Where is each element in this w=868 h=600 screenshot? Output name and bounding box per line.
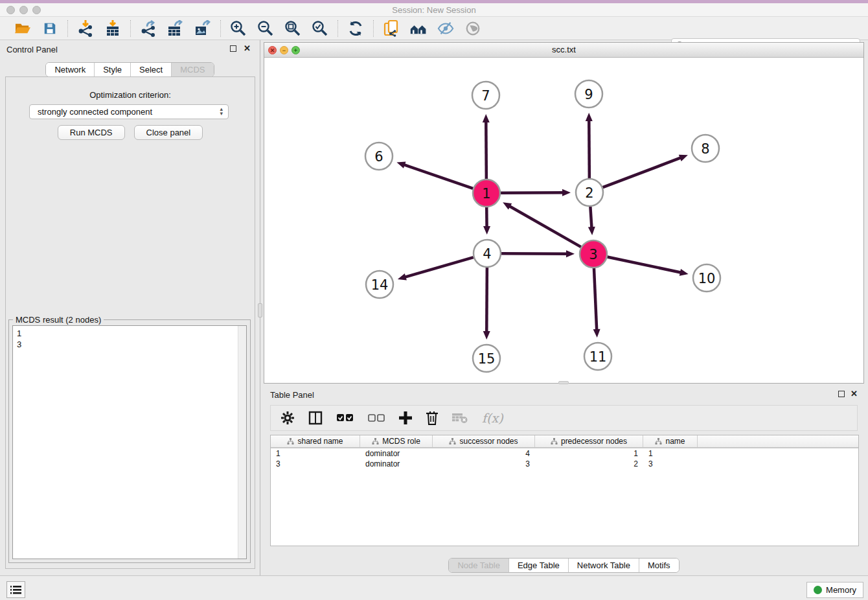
edge-1-6[interactable]	[404, 165, 473, 189]
run-mcds-button[interactable]: Run MCDS	[58, 125, 125, 140]
split-panel-icon[interactable]	[308, 410, 323, 426]
edge-2-3[interactable]	[590, 207, 591, 228]
node-label-4: 4	[483, 246, 491, 262]
open-file-icon[interactable]	[14, 20, 31, 37]
memory-label: Memory	[826, 585, 856, 595]
tab-node-table[interactable]: Node Table	[449, 559, 508, 572]
window-resize-handle[interactable]	[558, 381, 569, 384]
mcds-result-scrollbar[interactable]	[238, 326, 246, 559]
delete-column-icon[interactable]	[426, 410, 438, 426]
delete-table-icon[interactable]	[452, 410, 468, 426]
show-graphics-details-icon[interactable]	[464, 20, 481, 37]
network-minimize-icon[interactable]: −	[280, 46, 288, 54]
column-header-label: shared name	[297, 437, 343, 446]
table-cell: dominator	[360, 448, 433, 459]
edge-3-11[interactable]	[594, 268, 597, 330]
column-header-label: MCDS role	[382, 437, 420, 446]
panel-splitter-handle[interactable]	[258, 303, 262, 317]
node-label-11: 11	[589, 349, 607, 365]
import-network-icon[interactable]	[77, 20, 94, 37]
edge-arrowhead	[483, 331, 490, 340]
network-close-icon[interactable]: ✕	[268, 46, 277, 54]
tab-style[interactable]: Style	[94, 63, 130, 76]
network-maximize-icon[interactable]: +	[291, 46, 300, 54]
tab-motifs[interactable]: Motifs	[639, 559, 679, 572]
zoom-in-icon[interactable]	[230, 20, 247, 37]
zoom-selected-icon[interactable]	[312, 20, 328, 37]
edge-4-15[interactable]	[486, 268, 487, 332]
tab-select[interactable]: Select	[130, 63, 171, 76]
mcds-result-textarea[interactable]: 13	[12, 325, 247, 559]
close-panel-icon[interactable]: ✕	[244, 43, 251, 53]
node-label-2: 2	[585, 185, 593, 201]
first-neighbors-icon[interactable]	[410, 20, 427, 37]
column-header-successor-nodes[interactable]: successor nodes	[433, 435, 535, 447]
zoom-out-icon[interactable]	[257, 20, 274, 37]
column-header-name[interactable]: name	[643, 435, 698, 447]
save-session-icon[interactable]	[41, 20, 58, 37]
task-history-button[interactable]	[6, 581, 25, 598]
add-column-icon[interactable]	[399, 410, 412, 426]
optimization-criterion-select[interactable]: strongly connected component ▴▾	[29, 104, 229, 119]
control-panel: Control Panel ✕ NetworkStyleSelectMCDS O…	[0, 40, 260, 575]
close-window-button[interactable]	[6, 6, 15, 14]
memory-button[interactable]: Memory	[806, 582, 863, 598]
float-panel-icon[interactable]	[230, 45, 236, 52]
refresh-icon[interactable]	[347, 20, 364, 37]
optimization-criterion-value: strongly connected component	[38, 107, 152, 117]
export-network-icon[interactable]	[140, 20, 157, 37]
main-toolbar	[0, 17, 868, 40]
status-bar: Memory	[0, 575, 868, 600]
titlebar: Session: New Session	[0, 3, 868, 17]
edge-arrowhead	[398, 273, 407, 281]
close-table-panel-icon[interactable]: ✕	[851, 389, 858, 398]
export-image-icon[interactable]	[194, 20, 211, 37]
minimize-window-button[interactable]	[19, 6, 28, 14]
edge-arrowhead	[562, 189, 571, 196]
function-builder-icon[interactable]: f(x)	[482, 410, 503, 426]
list-icon	[10, 585, 21, 595]
tab-network[interactable]: Network	[46, 63, 94, 76]
float-table-panel-icon[interactable]	[838, 391, 845, 397]
tab-edge-table[interactable]: Edge Table	[508, 559, 568, 572]
clone-network-icon[interactable]	[383, 20, 400, 37]
select-all-checkboxes-icon[interactable]	[337, 410, 354, 426]
edge-4-14[interactable]	[404, 257, 473, 277]
edge-3-1[interactable]	[509, 206, 581, 247]
edge-2-9[interactable]	[589, 120, 589, 178]
edge-3-10[interactable]	[608, 257, 681, 273]
column-header-label: name	[665, 437, 685, 446]
edge-4-3[interactable]	[501, 253, 567, 254]
network-window-title: scc.txt	[264, 43, 863, 57]
edge-1-2[interactable]	[501, 192, 564, 193]
edge-2-8[interactable]	[603, 157, 681, 187]
node-table[interactable]: shared nameMCDS rolesuccessor nodesprede…	[270, 435, 859, 546]
mcds-result-line: 1	[17, 328, 21, 339]
table-panel: Table Panel ✕ f(x) shared nameMCDS roles…	[264, 386, 864, 575]
edge-1-7[interactable]	[486, 121, 486, 179]
table-row[interactable]: 1dominator411	[271, 448, 858, 459]
column-header-label: successor nodes	[459, 437, 518, 446]
column-header-shared-name[interactable]: shared name	[271, 435, 360, 447]
node-label-8: 8	[701, 141, 709, 157]
export-table-icon[interactable]	[167, 20, 184, 37]
mcds-result-group: MCDS result (2 nodes) 13	[8, 319, 251, 563]
close-panel-button[interactable]: Close panel	[134, 125, 203, 140]
zoom-fit-icon[interactable]	[284, 20, 301, 37]
tab-mcds[interactable]: MCDS	[171, 63, 213, 76]
tab-network-table[interactable]: Network Table	[568, 559, 639, 572]
table-row[interactable]: 3dominator323	[271, 459, 858, 469]
import-table-icon[interactable]	[104, 20, 121, 37]
table-cell: 1	[271, 448, 360, 459]
deselect-all-checkboxes-icon[interactable]	[368, 410, 385, 426]
maximize-window-button[interactable]	[32, 6, 41, 14]
column-header-predecessor-nodes[interactable]: predecessor nodes	[535, 435, 643, 447]
network-canvas[interactable]: 7968124314101511	[264, 58, 863, 383]
column-settings-icon[interactable]	[281, 410, 294, 426]
edge-arrowhead	[588, 227, 595, 235]
column-header-MCDS-role[interactable]: MCDS role	[360, 435, 433, 447]
window-title: Session: New Session	[0, 3, 868, 17]
network-window-titlebar[interactable]: ✕ − + scc.txt	[264, 43, 863, 58]
mcds-result-legend: MCDS result (2 nodes)	[13, 315, 104, 325]
hide-selected-icon[interactable]	[437, 20, 454, 37]
